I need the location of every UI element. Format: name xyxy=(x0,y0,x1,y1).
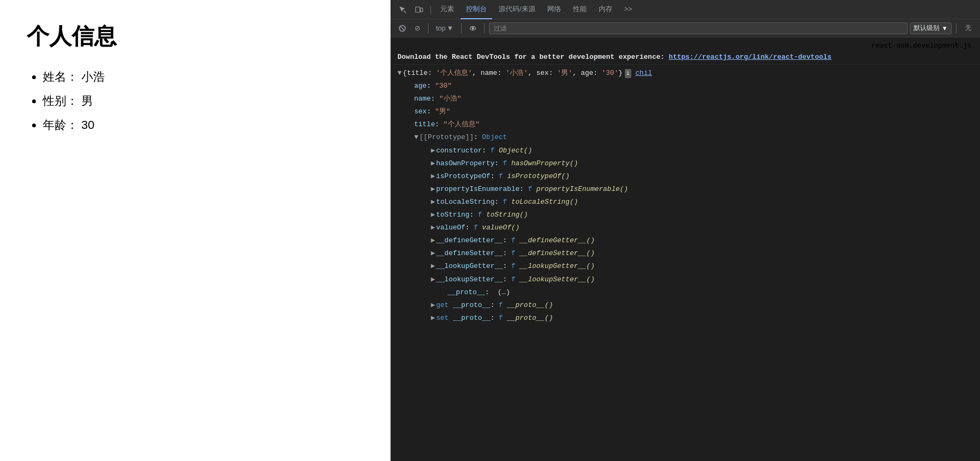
proto-set-proto: ▶ set __proto__: f __proto__() xyxy=(397,312,974,325)
level-dropdown-arrow: ▼ xyxy=(941,25,948,32)
prop-title: title: "个人信息" xyxy=(397,118,974,131)
top-label: top xyxy=(436,24,446,32)
proto-definegetter: ▶ __defineGetter__: f __defineGetter__() xyxy=(397,234,974,247)
proto-lookupsetter: ▶ __lookupSetter__: f __lookupSetter__() xyxy=(397,273,974,286)
tab-source[interactable]: 源代码/来源 xyxy=(493,0,541,19)
toolbar-separator-4 xyxy=(956,23,956,34)
prototype-expand-arrow[interactable]: ▼ xyxy=(414,132,418,143)
proto-definesetter: ▶ __defineSetter__: f __defineSetter__() xyxy=(397,247,974,260)
constructor-arrow[interactable]: ▶ xyxy=(431,145,435,157)
root-expand-arrow[interactable]: ▼ xyxy=(397,67,402,79)
proto-constructor: ▶ constructor: f Object() xyxy=(397,144,974,157)
tab-console[interactable]: 控制台 xyxy=(461,0,492,19)
prop-name: name: "小浩" xyxy=(397,93,974,105)
proto-propertyisenumerable: ▶ propertyIsEnumerable: f propertyIsEnum… xyxy=(397,183,974,196)
tab-memory[interactable]: 内存 xyxy=(593,0,618,19)
proto-proto: __proto__: (…) xyxy=(397,286,974,299)
set-proto-arrow[interactable]: ▶ xyxy=(431,312,435,324)
no-errors-label: 无 xyxy=(961,24,976,33)
list-item: 性别： 男 xyxy=(43,91,364,110)
dropdown-arrow-icon: ▼ xyxy=(447,24,454,32)
block-button[interactable]: ⊘ xyxy=(411,22,424,34)
tab-performance[interactable]: 性能 xyxy=(568,0,592,19)
proto-tostring: ▶ toString: f toString() xyxy=(397,209,974,221)
warning-source-row: react-dom.development.js xyxy=(391,42,980,50)
info-badge: i xyxy=(625,69,631,78)
hasown-arrow[interactable]: ▶ xyxy=(431,158,435,170)
tab-elements[interactable]: 元素 xyxy=(435,0,460,19)
top-dropdown-button[interactable]: top ▼ xyxy=(433,22,457,34)
isprototypeof-arrow[interactable]: ▶ xyxy=(431,171,435,182)
prop-sex: sex: "男" xyxy=(397,105,974,118)
child-link[interactable]: chil xyxy=(636,67,652,79)
tostring-arrow[interactable]: ▶ xyxy=(431,209,435,221)
propertyisenumerable-arrow[interactable]: ▶ xyxy=(431,183,435,195)
tab-network[interactable]: 网络 xyxy=(542,0,566,19)
tab-separator-1: | xyxy=(430,5,432,14)
definesetter-arrow[interactable]: ▶ xyxy=(431,248,435,259)
prop-age: age: "30" xyxy=(397,80,974,93)
source-link-react-dom[interactable]: react-dom.development.js xyxy=(871,42,971,50)
valueof-arrow[interactable]: ▶ xyxy=(431,222,435,234)
warning-main-text: Download the React DevTools for a better… xyxy=(397,53,669,61)
tab-more[interactable]: >> xyxy=(619,0,638,19)
devtools-panel: | 元素 控制台 源代码/来源 网络 性能 内存 >> ⊘ top ▼ xyxy=(391,0,980,461)
object-tree: ▼ {title: '个人信息', name: '小浩', sex: '男', … xyxy=(391,65,980,327)
warning-link[interactable]: https://reactjs.org/link/react-devtools xyxy=(669,53,831,61)
toolbar-separator-3 xyxy=(484,23,485,34)
get-proto-arrow[interactable]: ▶ xyxy=(431,299,435,311)
lookupgetter-arrow[interactable]: ▶ xyxy=(431,260,435,272)
page-title: 个人信息 xyxy=(27,21,364,51)
proto-valueof: ▶ valueOf: f valueOf() xyxy=(397,221,974,234)
proto-tolocalestring: ▶ toLocaleString: f toLocaleString() xyxy=(397,196,974,209)
svg-rect-0 xyxy=(416,7,420,12)
svg-rect-1 xyxy=(420,8,423,12)
devtools-tabs-bar: | 元素 控制台 源代码/来源 网络 性能 内存 >> xyxy=(391,0,980,19)
proto-lookupgetter: ▶ __lookupGetter__: f __lookupGetter__() xyxy=(397,260,974,273)
clear-console-button[interactable] xyxy=(395,23,409,34)
toolbar-separator-2 xyxy=(461,23,462,34)
tolocalestring-arrow[interactable]: ▶ xyxy=(431,196,435,208)
device-icon[interactable] xyxy=(411,3,426,16)
svg-line-3 xyxy=(401,27,404,30)
info-list: 姓名： 小浩性别： 男年龄： 30 xyxy=(27,67,364,135)
lookupsetter-arrow[interactable]: ▶ xyxy=(431,274,435,286)
filter-input[interactable] xyxy=(489,22,908,34)
definegetter-arrow[interactable]: ▶ xyxy=(431,235,435,247)
level-dropdown[interactable]: 默认级别 ▼ xyxy=(910,22,952,34)
list-item: 姓名： 小浩 xyxy=(43,67,364,86)
prototype-line: ▼ [[Prototype]]: Object xyxy=(397,131,974,144)
console-output: react-dom.development.js Download the Re… xyxy=(391,37,980,461)
proto-get-proto: ▶ get __proto__: f __proto__() xyxy=(397,299,974,312)
obj-root-line: ▼ {title: '个人信息', name: '小浩', sex: '男', … xyxy=(397,67,974,80)
proto-isprototypeof: ▶ isPrototypeOf: f isPrototypeOf() xyxy=(397,170,974,183)
webpage-panel: 个人信息 姓名： 小浩性别： 男年龄： 30 xyxy=(0,0,391,461)
proto-hasownproperty: ▶ hasOwnProperty: f hasOwnProperty() xyxy=(397,157,974,170)
console-devtools-warning: Download the React DevTools for a better… xyxy=(391,50,980,65)
inspect-icon[interactable] xyxy=(395,3,410,16)
svg-point-5 xyxy=(472,27,474,29)
eye-button[interactable] xyxy=(466,23,480,34)
toolbar-separator-1 xyxy=(428,23,428,34)
list-item: 年龄： 30 xyxy=(43,116,364,134)
level-label: 默认级别 xyxy=(914,24,939,33)
warning-text: Download the React DevTools for a better… xyxy=(397,53,974,61)
devtools-toolbar: ⊘ top ▼ 默认级别 ▼ 无 xyxy=(391,19,980,37)
